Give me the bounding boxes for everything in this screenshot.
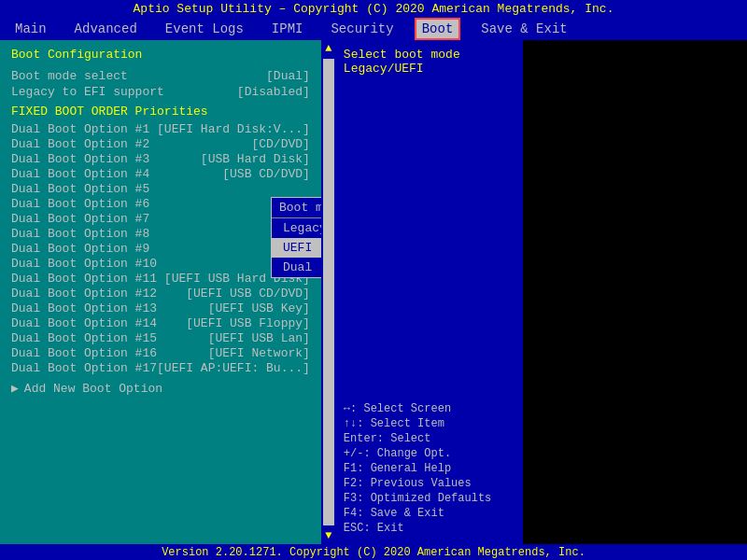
sidebar-key-: ↔: Select Screen (344, 402, 515, 415)
boot-option-row-11[interactable]: Dual Boot Option #11[UEFI USB Hard Disk] (11, 272, 310, 286)
boot-option-label-9: Dual Boot Option #9 (11, 242, 149, 256)
efi-support-row: Legacy to EFI support [Disabled] (11, 85, 310, 99)
boot-option-row-2[interactable]: Dual Boot Option #2[CD/DVD] (11, 137, 310, 151)
popup-options-list: LegacyUEFIDual (272, 218, 321, 277)
top-bar: Aptio Setup Utility – Copyright (C) 2020… (0, 0, 747, 18)
boot-option-label-13: Dual Boot Option #13 (11, 301, 157, 315)
boot-option-value-17: [UEFI AP:UEFI: Bu...] (157, 361, 310, 375)
sidebar-key-ESC: ESC: Exit (344, 522, 515, 535)
boot-option-row-1[interactable]: Dual Boot Option #1[UEFI Hard Disk:V...] (11, 122, 310, 136)
boot-option-row-6[interactable]: Dual Boot Option #6 (11, 197, 310, 211)
scroll-down-arrow[interactable]: ▼ (323, 527, 333, 544)
boot-option-row-15[interactable]: Dual Boot Option #15[UEFI USB Lan] (11, 331, 310, 345)
nav-item-advanced[interactable]: Advanced (69, 20, 143, 38)
boot-option-value-15: [UEFI USB Lan] (208, 331, 310, 345)
boot-option-value-2: [CD/DVD] (251, 137, 309, 151)
boot-option-value-4: [USB CD/DVD] (222, 167, 310, 181)
add-boot-option[interactable]: ▶ Add New Boot Option (11, 381, 310, 396)
boot-option-label-6: Dual Boot Option #6 (11, 197, 149, 211)
boot-mode-value: [Dual] (266, 69, 310, 83)
sidebar-keys: ↔: Select Screen↑↓: Select ItemEnter: Se… (344, 402, 515, 537)
sidebar-key-F1: F1: General Help (344, 462, 515, 475)
sidebar-key-Enter: Enter: Select (344, 432, 515, 445)
boot-option-label-11: Dual Boot Option #11 (11, 272, 157, 286)
boot-mode-dropdown[interactable]: Boot mode select LegacyUEFIDual (271, 197, 321, 278)
nav-item-ipmi[interactable]: IPMI (266, 20, 309, 38)
boot-mode-row[interactable]: Boot mode select [Dual] (11, 69, 310, 83)
boot-option-row-14[interactable]: Dual Boot Option #14[UEFI USB Floppy] (11, 316, 310, 330)
boot-option-row-13[interactable]: Dual Boot Option #13[UEFI USB Key] (11, 301, 310, 315)
boot-mode-label: Boot mode select (11, 69, 128, 83)
boot-option-label-14: Dual Boot Option #14 (11, 316, 157, 330)
boot-option-row-7[interactable]: Dual Boot Option #7 (11, 212, 310, 226)
sidebar-title: Select boot mode Legacy/UEFI (344, 48, 515, 76)
boot-option-label-1: Dual Boot Option #1 (11, 122, 149, 136)
boot-option-label-16: Dual Boot Option #16 (11, 346, 157, 360)
efi-support-value: [Disabled] (237, 85, 310, 99)
sidebar: Select boot mode Legacy/UEFI ↔: Select S… (336, 40, 523, 544)
boot-option-row-3[interactable]: Dual Boot Option #3[USB Hard Disk] (11, 152, 310, 166)
boot-option-value-3: [USB Hard Disk] (201, 152, 310, 166)
scroll-area: ▲ ▼ (321, 40, 336, 544)
efi-support-label: Legacy to EFI support (11, 85, 164, 99)
boot-option-value-13: [UEFI USB Key] (208, 301, 310, 315)
sidebar-key-: +/-: Change Opt. (344, 447, 515, 460)
nav-bar: MainAdvancedEvent LogsIPMISecurityBootSa… (0, 18, 747, 40)
sidebar-key-F2: F2: Previous Values (344, 477, 515, 490)
boot-option-label-17: Dual Boot Option #17 (11, 361, 157, 375)
boot-option-label-2: Dual Boot Option #2 (11, 137, 149, 151)
nav-item-event-logs[interactable]: Event Logs (160, 20, 249, 38)
boot-option-label-10: Dual Boot Option #10 (11, 257, 157, 271)
scroll-up-arrow[interactable]: ▲ (323, 40, 333, 57)
add-option-label: Add New Boot Option (24, 382, 162, 396)
boot-option-label-12: Dual Boot Option #12 (11, 287, 157, 301)
boot-option-row-10[interactable]: Dual Boot Option #10 (11, 257, 310, 271)
topbar-text: Aptio Setup Utility – Copyright (C) 2020… (134, 2, 614, 16)
bottombar-text: Version 2.20.1271. Copyright (C) 2020 Am… (162, 546, 585, 559)
popup-option-legacy[interactable]: Legacy (272, 218, 321, 238)
boot-option-label-5: Dual Boot Option #5 (11, 182, 149, 196)
popup-option-uefi[interactable]: UEFI (272, 238, 321, 258)
bottom-bar: Version 2.20.1271. Copyright (C) 2020 Am… (0, 544, 747, 560)
boot-option-row-12[interactable]: Dual Boot Option #12[UEFI USB CD/DVD] (11, 287, 310, 301)
nav-item-security[interactable]: Security (325, 20, 399, 38)
sidebar-key-: ↑↓: Select Item (344, 417, 515, 430)
section-title: Boot Configuration (11, 48, 310, 62)
boot-options-list: Dual Boot Option #1[UEFI Hard Disk:V...]… (11, 122, 310, 375)
boot-option-row-5[interactable]: Dual Boot Option #5 (11, 182, 310, 196)
add-arrow-icon: ▶ (11, 381, 19, 396)
boot-option-label-15: Dual Boot Option #15 (11, 331, 157, 345)
boot-option-row-4[interactable]: Dual Boot Option #4[USB CD/DVD] (11, 167, 310, 181)
boot-option-label-3: Dual Boot Option #3 (11, 152, 149, 166)
boot-option-value-14: [UEFI USB Floppy] (186, 316, 310, 330)
popup-option-dual[interactable]: Dual (272, 258, 321, 277)
boot-option-row-16[interactable]: Dual Boot Option #16[UEFI Network] (11, 346, 310, 360)
boot-option-label-8: Dual Boot Option #8 (11, 227, 149, 241)
sidebar-key-F4: F4: Save & Exit (344, 507, 515, 520)
boot-option-value-12: [UEFI USB CD/DVD] (186, 287, 310, 301)
content-area: Boot Configuration Boot mode select [Dua… (0, 40, 321, 544)
boot-option-value-1: [UEFI Hard Disk:V...] (157, 122, 310, 136)
nav-item-boot[interactable]: Boot (416, 20, 459, 38)
boot-option-row-8[interactable]: Dual Boot Option #8 (11, 227, 310, 241)
sidebar-key-F3: F3: Optimized Defaults (344, 492, 515, 505)
nav-item-save--exit[interactable]: Save & Exit (475, 20, 572, 38)
boot-option-row-17[interactable]: Dual Boot Option #17[UEFI AP:UEFI: Bu...… (11, 361, 310, 375)
boot-option-label-4: Dual Boot Option #4 (11, 167, 149, 181)
boot-option-row-9[interactable]: Dual Boot Option #9 (11, 242, 310, 256)
fixed-boot-title: FIXED BOOT ORDER Priorities (11, 105, 310, 119)
boot-option-label-7: Dual Boot Option #7 (11, 212, 149, 226)
scroll-thumb[interactable] (323, 59, 334, 525)
nav-item-main[interactable]: Main (9, 20, 52, 38)
popup-title: Boot mode select (272, 198, 321, 218)
boot-option-value-16: [UEFI Network] (208, 346, 310, 360)
